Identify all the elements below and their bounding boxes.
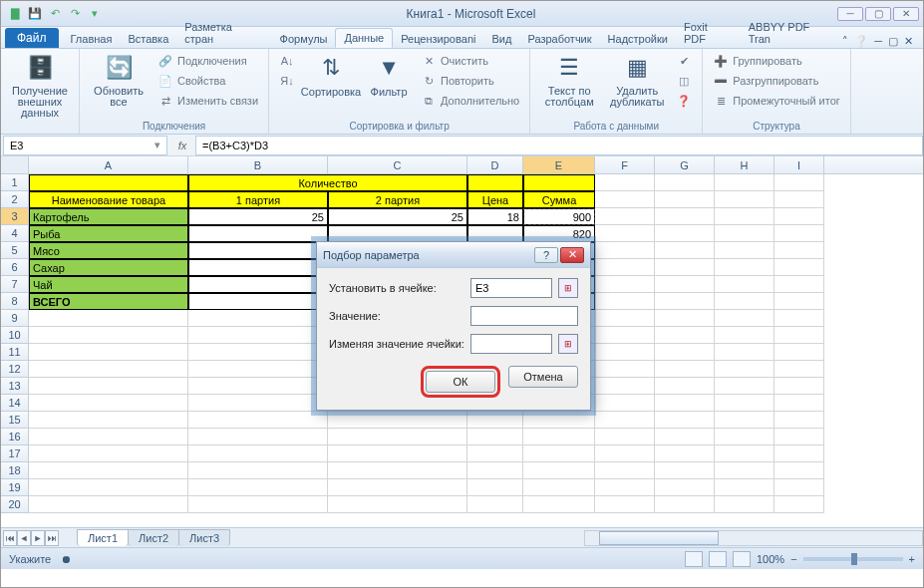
formula-input[interactable]: =(B3+C3)*D3 <box>195 136 923 155</box>
group-button[interactable]: ➕Группировать <box>711 52 842 70</box>
col-header[interactable]: E <box>523 156 595 173</box>
name-box[interactable]: E3▾ <box>3 136 167 155</box>
cell[interactable]: Картофель <box>29 208 188 225</box>
cell[interactable] <box>655 259 715 276</box>
cell[interactable] <box>595 327 655 344</box>
cell[interactable]: 1 партия <box>188 191 328 208</box>
cell[interactable]: Мясо <box>29 242 188 259</box>
cell[interactable] <box>328 429 467 445</box>
row-header[interactable]: 2 <box>1 191 29 208</box>
changing-cell-ref-button[interactable]: ⊞ <box>558 334 578 354</box>
cell[interactable] <box>467 479 523 496</box>
cell[interactable] <box>467 412 523 429</box>
cell[interactable] <box>188 344 328 361</box>
cell[interactable] <box>655 293 715 310</box>
cell[interactable] <box>774 412 824 429</box>
cell[interactable] <box>29 496 188 513</box>
cell[interactable] <box>467 225 523 242</box>
cell[interactable] <box>715 293 774 310</box>
cell[interactable] <box>595 429 655 445</box>
tab-formulas[interactable]: Формулы <box>272 30 336 48</box>
tab-layout[interactable]: Разметка стран <box>176 18 271 48</box>
cell[interactable] <box>774 174 824 191</box>
view-break-button[interactable] <box>733 551 751 567</box>
changing-cell-input[interactable] <box>470 334 552 354</box>
row-header[interactable]: 19 <box>1 479 29 496</box>
cell[interactable]: Количество <box>188 174 467 191</box>
sort-desc-button[interactable]: Я↓ <box>277 72 297 90</box>
cell[interactable]: Наименование товара <box>29 191 188 208</box>
cell[interactable] <box>467 174 523 191</box>
filter-button[interactable]: ▼ Фильтр <box>365 52 413 98</box>
tab-file[interactable]: Файл <box>5 28 59 48</box>
row-header[interactable]: 5 <box>1 242 29 259</box>
cell[interactable] <box>467 496 523 513</box>
cell[interactable] <box>595 361 655 378</box>
cell[interactable] <box>595 378 655 395</box>
cell[interactable]: Сумма <box>523 191 595 208</box>
col-header[interactable]: A <box>29 156 188 173</box>
cell[interactable] <box>595 462 655 479</box>
cell[interactable] <box>655 395 715 412</box>
cell[interactable] <box>715 327 774 344</box>
cell[interactable] <box>595 242 655 259</box>
cell[interactable] <box>523 174 595 191</box>
cell[interactable] <box>655 344 715 361</box>
col-header[interactable]: G <box>655 156 715 173</box>
connections-button[interactable]: 🔗Подключения <box>155 52 260 70</box>
cell[interactable] <box>655 429 715 445</box>
cell[interactable] <box>774 462 824 479</box>
row-header[interactable]: 3 <box>1 208 29 225</box>
tab-abbyy[interactable]: ABBYY PDF Tran <box>741 18 842 48</box>
cell[interactable] <box>595 479 655 496</box>
ribbon-minimize-icon[interactable]: ˄ <box>842 35 848 48</box>
cell[interactable] <box>655 412 715 429</box>
cell[interactable] <box>655 225 715 242</box>
refresh-all-button[interactable]: 🔄 Обновить все <box>88 52 150 108</box>
cell[interactable] <box>774 259 824 276</box>
cell[interactable] <box>715 429 774 445</box>
edit-links-button[interactable]: ⇄Изменить связи <box>155 92 260 110</box>
cell[interactable] <box>774 344 824 361</box>
set-cell-ref-button[interactable]: ⊞ <box>558 278 578 298</box>
cell[interactable]: 2 партия <box>328 191 467 208</box>
properties-button[interactable]: 📄Свойства <box>155 72 260 90</box>
zoom-slider[interactable] <box>803 557 903 561</box>
tab-review[interactable]: Рецензировani <box>393 30 483 48</box>
cell[interactable] <box>328 462 467 479</box>
cell[interactable] <box>467 445 523 462</box>
remove-duplicates-button[interactable]: ▦ Удалить дубликаты <box>606 52 668 108</box>
sheet-nav-first-icon[interactable]: ⏮ <box>3 530 17 546</box>
cell[interactable] <box>595 293 655 310</box>
cell[interactable] <box>29 445 188 462</box>
cell[interactable] <box>188 496 328 513</box>
cell[interactable] <box>188 412 328 429</box>
row-header[interactable]: 15 <box>1 412 29 429</box>
fx-icon[interactable]: fx <box>169 140 195 151</box>
cell[interactable] <box>774 276 824 293</box>
cell[interactable] <box>715 259 774 276</box>
cell[interactable] <box>29 479 188 496</box>
consolidate-button[interactable]: ◫ <box>674 72 694 90</box>
cell[interactable] <box>715 225 774 242</box>
cell[interactable] <box>774 395 824 412</box>
cell[interactable] <box>774 445 824 462</box>
cell[interactable] <box>328 479 467 496</box>
cell[interactable] <box>467 429 523 445</box>
cell[interactable] <box>188 445 328 462</box>
sheet-tab[interactable]: Лист1 <box>77 529 129 546</box>
cell[interactable] <box>595 208 655 225</box>
cell[interactable] <box>715 395 774 412</box>
cell[interactable] <box>595 412 655 429</box>
tab-addins[interactable]: Надстройки <box>600 30 676 48</box>
cell[interactable] <box>29 344 188 361</box>
sheet-tab[interactable]: Лист2 <box>128 529 179 546</box>
row-header[interactable]: 1 <box>1 174 29 191</box>
row-header[interactable]: 4 <box>1 225 29 242</box>
ungroup-button[interactable]: ➖Разгруппировать <box>711 72 842 90</box>
data-validation-button[interactable]: ✔ <box>674 52 694 70</box>
sort-asc-button[interactable]: A↓ <box>277 52 297 70</box>
cell[interactable]: 820 <box>523 225 595 242</box>
help-icon[interactable]: ❔ <box>854 35 868 48</box>
tab-insert[interactable]: Вставка <box>120 30 176 48</box>
